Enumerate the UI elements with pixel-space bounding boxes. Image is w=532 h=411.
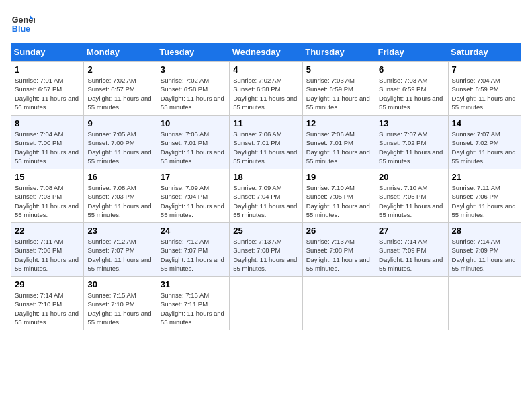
- svg-text:Blue: Blue: [12, 24, 30, 34]
- day-info: Sunrise: 7:15 AM Sunset: 7:10 PM Dayligh…: [87, 291, 152, 326]
- calendar-cell: 17 Sunrise: 7:09 AM Sunset: 7:04 PM Dayl…: [157, 169, 229, 223]
- weekday-header-friday: Friday: [375, 43, 448, 62]
- day-info: Sunrise: 7:09 AM Sunset: 7:04 PM Dayligh…: [233, 183, 298, 219]
- day-number: 30: [87, 279, 152, 289]
- day-number: 17: [161, 172, 226, 182]
- calendar-cell: 20 Sunrise: 7:10 AM Sunset: 7:05 PM Dayl…: [375, 169, 448, 223]
- calendar-cell: 27 Sunrise: 7:14 AM Sunset: 7:09 PM Dayl…: [375, 223, 448, 277]
- day-info: Sunrise: 7:10 AM Sunset: 7:05 PM Dayligh…: [306, 183, 371, 219]
- day-number: 27: [379, 226, 444, 236]
- calendar-cell: 30 Sunrise: 7:15 AM Sunset: 7:10 PM Dayl…: [84, 277, 157, 330]
- day-number: 12: [306, 118, 371, 128]
- day-info: Sunrise: 7:12 AM Sunset: 7:07 PM Dayligh…: [161, 237, 226, 273]
- calendar-cell: 10 Sunrise: 7:05 AM Sunset: 7:01 PM Dayl…: [157, 116, 229, 169]
- day-info: Sunrise: 7:14 AM Sunset: 7:09 PM Dayligh…: [379, 237, 444, 273]
- calendar-cell: 13 Sunrise: 7:07 AM Sunset: 7:02 PM Dayl…: [375, 116, 448, 169]
- weekday-header-thursday: Thursday: [302, 43, 375, 62]
- day-number: 2: [87, 64, 152, 75]
- day-number: 6: [379, 64, 444, 75]
- calendar-cell: 24 Sunrise: 7:12 AM Sunset: 7:07 PM Dayl…: [157, 223, 229, 277]
- day-number: 14: [452, 118, 517, 128]
- weekday-header-wednesday: Wednesday: [230, 43, 302, 62]
- calendar-cell: 14 Sunrise: 7:07 AM Sunset: 7:02 PM Dayl…: [448, 116, 521, 169]
- day-info: Sunrise: 7:08 AM Sunset: 7:03 PM Dayligh…: [15, 183, 80, 219]
- day-info: Sunrise: 7:14 AM Sunset: 7:09 PM Dayligh…: [452, 237, 517, 273]
- calendar-cell: 22 Sunrise: 7:11 AM Sunset: 7:06 PM Dayl…: [11, 223, 84, 277]
- calendar-cell: 29 Sunrise: 7:14 AM Sunset: 7:10 PM Dayl…: [11, 277, 84, 330]
- calendar-cell: 18 Sunrise: 7:09 AM Sunset: 7:04 PM Dayl…: [230, 169, 302, 223]
- day-info: Sunrise: 7:06 AM Sunset: 7:01 PM Dayligh…: [306, 130, 371, 165]
- day-number: 22: [15, 226, 80, 236]
- weekday-header-sunday: Sunday: [11, 43, 84, 62]
- day-number: 19: [306, 172, 371, 182]
- day-number: 23: [87, 226, 152, 236]
- calendar-cell: [448, 277, 521, 330]
- page-header: General Blue: [11, 11, 521, 35]
- weekday-header-tuesday: Tuesday: [157, 43, 229, 62]
- calendar-cell: 26 Sunrise: 7:13 AM Sunset: 7:08 PM Dayl…: [302, 223, 375, 277]
- day-info: Sunrise: 7:12 AM Sunset: 7:07 PM Dayligh…: [87, 237, 152, 273]
- calendar-cell: 19 Sunrise: 7:10 AM Sunset: 7:05 PM Dayl…: [302, 169, 375, 223]
- day-number: 15: [15, 172, 80, 182]
- calendar-cell: 12 Sunrise: 7:06 AM Sunset: 7:01 PM Dayl…: [302, 116, 375, 169]
- day-number: 16: [87, 172, 152, 182]
- day-info: Sunrise: 7:02 AM Sunset: 6:58 PM Dayligh…: [233, 76, 298, 111]
- day-number: 25: [233, 226, 298, 236]
- calendar-cell: 23 Sunrise: 7:12 AM Sunset: 7:07 PM Dayl…: [84, 223, 157, 277]
- day-info: Sunrise: 7:03 AM Sunset: 6:59 PM Dayligh…: [379, 76, 444, 111]
- weekday-header-monday: Monday: [84, 43, 157, 62]
- day-number: 31: [161, 279, 226, 289]
- calendar-cell: 1 Sunrise: 7:01 AM Sunset: 6:57 PM Dayli…: [11, 62, 84, 116]
- calendar-cell: 4 Sunrise: 7:02 AM Sunset: 6:58 PM Dayli…: [230, 62, 302, 116]
- day-info: Sunrise: 7:06 AM Sunset: 7:01 PM Dayligh…: [233, 130, 298, 165]
- day-number: 29: [15, 279, 80, 289]
- day-number: 10: [161, 118, 226, 128]
- day-info: Sunrise: 7:08 AM Sunset: 7:03 PM Dayligh…: [87, 183, 152, 219]
- day-info: Sunrise: 7:15 AM Sunset: 7:11 PM Dayligh…: [161, 291, 226, 326]
- logo-icon: General Blue: [11, 11, 35, 35]
- day-number: 4: [233, 64, 298, 75]
- day-number: 1: [15, 64, 80, 75]
- day-number: 8: [15, 118, 80, 128]
- day-number: 24: [161, 226, 226, 236]
- calendar-cell: 15 Sunrise: 7:08 AM Sunset: 7:03 PM Dayl…: [11, 169, 84, 223]
- logo: General Blue: [11, 11, 35, 35]
- day-number: 3: [161, 64, 226, 75]
- calendar-cell: 25 Sunrise: 7:13 AM Sunset: 7:08 PM Dayl…: [230, 223, 302, 277]
- day-info: Sunrise: 7:07 AM Sunset: 7:02 PM Dayligh…: [452, 130, 517, 165]
- day-number: 26: [306, 226, 371, 236]
- calendar-cell: [302, 277, 375, 330]
- day-number: 9: [87, 118, 152, 128]
- day-info: Sunrise: 7:13 AM Sunset: 7:08 PM Dayligh…: [306, 237, 371, 273]
- calendar-cell: [375, 277, 448, 330]
- day-number: 21: [452, 172, 517, 182]
- day-info: Sunrise: 7:01 AM Sunset: 6:57 PM Dayligh…: [15, 76, 80, 111]
- calendar-cell: 5 Sunrise: 7:03 AM Sunset: 6:59 PM Dayli…: [302, 62, 375, 116]
- day-info: Sunrise: 7:02 AM Sunset: 6:57 PM Dayligh…: [87, 76, 152, 111]
- calendar-cell: 11 Sunrise: 7:06 AM Sunset: 7:01 PM Dayl…: [230, 116, 302, 169]
- day-info: Sunrise: 7:04 AM Sunset: 7:00 PM Dayligh…: [15, 130, 80, 165]
- day-info: Sunrise: 7:02 AM Sunset: 6:58 PM Dayligh…: [161, 76, 226, 111]
- calendar-cell: 9 Sunrise: 7:05 AM Sunset: 7:00 PM Dayli…: [84, 116, 157, 169]
- day-number: 20: [379, 172, 444, 182]
- day-number: 7: [452, 64, 517, 75]
- calendar-cell: 21 Sunrise: 7:11 AM Sunset: 7:06 PM Dayl…: [448, 169, 521, 223]
- calendar-table: SundayMondayTuesdayWednesdayThursdayFrid…: [11, 43, 521, 330]
- day-info: Sunrise: 7:11 AM Sunset: 7:06 PM Dayligh…: [452, 183, 517, 219]
- day-info: Sunrise: 7:10 AM Sunset: 7:05 PM Dayligh…: [379, 183, 444, 219]
- day-info: Sunrise: 7:13 AM Sunset: 7:08 PM Dayligh…: [233, 237, 298, 273]
- day-info: Sunrise: 7:14 AM Sunset: 7:10 PM Dayligh…: [15, 291, 80, 326]
- calendar-cell: 2 Sunrise: 7:02 AM Sunset: 6:57 PM Dayli…: [84, 62, 157, 116]
- day-number: 18: [233, 172, 298, 182]
- weekday-header-saturday: Saturday: [448, 43, 521, 62]
- day-info: Sunrise: 7:09 AM Sunset: 7:04 PM Dayligh…: [161, 183, 226, 219]
- day-info: Sunrise: 7:05 AM Sunset: 7:01 PM Dayligh…: [161, 130, 226, 165]
- calendar-cell: 16 Sunrise: 7:08 AM Sunset: 7:03 PM Dayl…: [84, 169, 157, 223]
- day-info: Sunrise: 7:03 AM Sunset: 6:59 PM Dayligh…: [306, 76, 371, 111]
- day-number: 11: [233, 118, 298, 128]
- day-number: 28: [452, 226, 517, 236]
- calendar-cell: 28 Sunrise: 7:14 AM Sunset: 7:09 PM Dayl…: [448, 223, 521, 277]
- calendar-cell: 31 Sunrise: 7:15 AM Sunset: 7:11 PM Dayl…: [157, 277, 229, 330]
- day-number: 13: [379, 118, 444, 128]
- calendar-cell: 8 Sunrise: 7:04 AM Sunset: 7:00 PM Dayli…: [11, 116, 84, 169]
